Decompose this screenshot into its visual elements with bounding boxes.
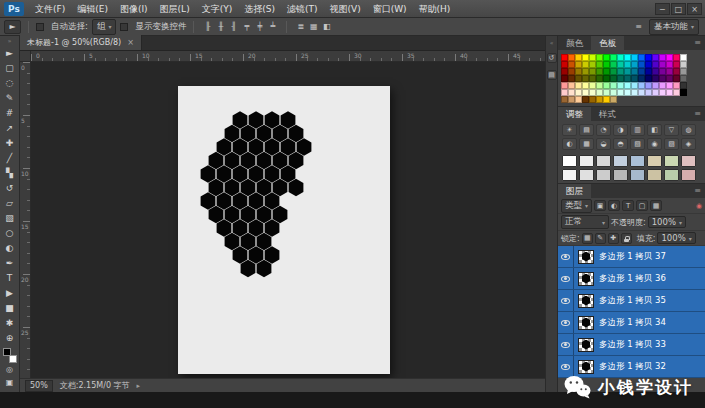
color-swatch[interactable]	[603, 75, 610, 82]
menu-item[interactable]: 文件(F)	[29, 0, 71, 18]
color-swatch[interactable]	[575, 89, 582, 96]
color-swatch[interactable]	[610, 82, 617, 89]
color-swatch[interactable]	[561, 82, 568, 89]
color-swatch[interactable]	[652, 54, 659, 61]
color-swatch[interactable]	[659, 68, 666, 75]
adjustment-icon[interactable]: ▥	[630, 124, 645, 136]
close-button[interactable]: ×	[687, 3, 702, 15]
color-swatch[interactable]	[596, 61, 603, 68]
color-swatch[interactable]	[666, 68, 673, 75]
panel-menu-icon[interactable]: ≡	[690, 184, 705, 198]
color-swatch[interactable]	[645, 82, 652, 89]
layer-row[interactable]: 多边形 1 拷贝 36	[558, 268, 705, 290]
color-swatch[interactable]	[666, 82, 673, 89]
color-swatch[interactable]	[631, 89, 638, 96]
color-swatch[interactable]	[673, 89, 680, 96]
color-swatch[interactable]	[645, 75, 652, 82]
fill-field[interactable]: 100% ▾	[657, 232, 695, 244]
color-swatch[interactable]	[624, 82, 631, 89]
tab-styles[interactable]: 样式	[591, 107, 624, 121]
color-swatch[interactable]	[589, 61, 596, 68]
options-extra-icon[interactable]: ◧	[320, 20, 333, 33]
style-swatch[interactable]	[681, 155, 696, 167]
canvas-area[interactable]	[31, 62, 545, 378]
adjustment-icon[interactable]: ◈	[681, 138, 696, 150]
menu-item[interactable]: 帮助(H)	[413, 0, 457, 18]
color-swatch[interactable]	[610, 68, 617, 75]
color-swatch[interactable]	[638, 75, 645, 82]
type-tool[interactable]: T	[1, 270, 19, 285]
align-icon[interactable]: ╟	[201, 20, 214, 33]
tab-color[interactable]: 颜色	[558, 36, 591, 50]
visibility-toggle[interactable]	[558, 268, 574, 289]
color-swatch[interactable]	[617, 61, 624, 68]
color-swatch[interactable]	[645, 68, 652, 75]
menu-item[interactable]: 选择(S)	[238, 0, 281, 18]
vertical-ruler[interactable]: 0510152025	[20, 62, 31, 378]
minimize-button[interactable]: ─	[655, 3, 670, 15]
menu-item[interactable]: 编辑(E)	[71, 0, 114, 18]
color-swatch[interactable]	[582, 89, 589, 96]
status-arrow-icon[interactable]: ▸	[137, 382, 141, 390]
color-swatch[interactable]	[652, 89, 659, 96]
adjustment-icon[interactable]: ◉	[647, 138, 662, 150]
expand-chevron-icon[interactable]: «	[550, 39, 554, 46]
color-swatch[interactable]	[673, 54, 680, 61]
color-swatch[interactable]	[575, 96, 582, 103]
color-swatch[interactable]	[652, 68, 659, 75]
color-swatch[interactable]	[596, 75, 603, 82]
gradient-tool[interactable]: ▧	[1, 210, 19, 225]
color-swatch[interactable]	[673, 68, 680, 75]
style-swatch[interactable]	[630, 155, 645, 167]
color-swatch[interactable]	[638, 54, 645, 61]
history-panel-icon[interactable]: ↺	[547, 53, 557, 63]
style-swatch[interactable]	[579, 169, 594, 181]
color-swatch[interactable]	[624, 68, 631, 75]
color-swatch[interactable]	[589, 75, 596, 82]
color-swatch[interactable]	[589, 68, 596, 75]
menu-item[interactable]: 视图(V)	[323, 0, 366, 18]
style-swatch[interactable]	[647, 155, 662, 167]
color-swatch[interactable]	[610, 89, 617, 96]
color-swatch[interactable]	[589, 82, 596, 89]
color-swatch[interactable]	[568, 82, 575, 89]
align-icon[interactable]: ╫	[214, 20, 227, 33]
pen-tool[interactable]: ✒	[1, 255, 19, 270]
shape-tool[interactable]: ■	[1, 300, 19, 315]
lock-position-icon[interactable]: ✚	[608, 233, 619, 244]
align-icon[interactable]: ╪	[253, 20, 266, 33]
color-swatch[interactable]	[596, 82, 603, 89]
workspace-switcher[interactable]: 基本功能 ▾	[649, 19, 699, 35]
auto-select-checkbox[interactable]	[36, 23, 44, 31]
color-swatch[interactable]	[680, 75, 687, 82]
color-swatch[interactable]	[610, 54, 617, 61]
color-swatch[interactable]	[561, 89, 568, 96]
zoom-tool[interactable]: ⊕	[1, 330, 19, 345]
move-tool[interactable]: ►	[1, 45, 19, 60]
color-swatch[interactable]	[645, 54, 652, 61]
quick-selection-tool[interactable]: ✎	[1, 90, 19, 105]
color-swatch[interactable]	[666, 75, 673, 82]
color-swatch[interactable]	[561, 75, 568, 82]
style-swatch[interactable]	[596, 169, 611, 181]
clone-stamp-tool[interactable]: ▚	[1, 165, 19, 180]
adjustment-icon[interactable]: ▤	[579, 124, 594, 136]
adjustment-icon[interactable]: ◓	[613, 138, 628, 150]
color-swatch[interactable]	[659, 82, 666, 89]
crop-tool[interactable]: #	[1, 105, 19, 120]
blend-mode-dropdown[interactable]: 正常 ▾	[561, 215, 609, 229]
horizontal-ruler[interactable]: 051015202530354045	[31, 51, 545, 62]
color-swatch[interactable]	[645, 61, 652, 68]
visibility-toggle[interactable]	[558, 246, 574, 267]
color-swatch[interactable]	[659, 61, 666, 68]
tab-layers[interactable]: 图层	[558, 184, 591, 198]
visibility-toggle[interactable]	[558, 312, 574, 333]
color-swatch[interactable]	[610, 75, 617, 82]
adjustment-icon[interactable]: ▧	[630, 138, 645, 150]
menu-item[interactable]: 滤镜(T)	[281, 0, 324, 18]
panel-menu-icon[interactable]: ≡	[690, 107, 705, 121]
color-swatch[interactable]	[680, 61, 687, 68]
color-swatch[interactable]	[603, 54, 610, 61]
layer-row[interactable]: 多边形 1 拷贝 35	[558, 290, 705, 312]
adjustment-icon[interactable]: ◔	[596, 124, 611, 136]
